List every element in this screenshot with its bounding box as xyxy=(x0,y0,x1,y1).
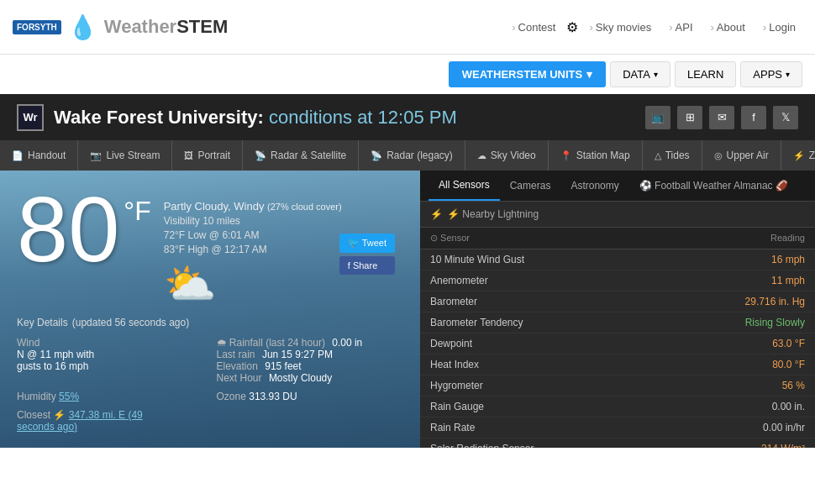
sensor-table-row: Anemometer11 mph xyxy=(420,270,815,291)
tab-station-map[interactable]: 📍 Station Map xyxy=(549,140,643,171)
sensor-reading-value: 16 mph xyxy=(771,254,805,265)
sensor-reading-value: 29.716 in. Hg xyxy=(745,296,805,307)
sensor-reading-value: 56 % xyxy=(782,380,805,391)
contest-link[interactable]: Contest xyxy=(505,18,562,37)
api-link[interactable]: API xyxy=(662,18,699,37)
twitter-icon[interactable]: 𝕏 xyxy=(773,106,798,129)
wind-label: Wind xyxy=(17,337,39,349)
weatherstem-units-button[interactable]: WEATHERSTEM UNITS xyxy=(449,61,606,87)
tab-sky-video[interactable]: ☁ Sky Video xyxy=(465,140,549,171)
facebook-icon[interactable]: f xyxy=(741,106,766,129)
tv-icon[interactable]: 📺 xyxy=(645,106,670,129)
next-hour-label: Next Hour xyxy=(217,372,262,384)
top-navigation: FORSYTH 💧 WeatherSTEM Contest ⚙ Sky movi… xyxy=(0,0,815,55)
temperature-value: 80 xyxy=(17,183,119,276)
tab-zap-label: Zap xyxy=(809,150,815,161)
temperature-unit: °F xyxy=(124,196,150,227)
tab-zap[interactable]: ⚡ Zap xyxy=(781,140,815,171)
sensor-reading-value: 11 mph xyxy=(771,275,805,286)
sensor-name: Barometer Tendency xyxy=(430,317,523,328)
tab-tides-label: Tides xyxy=(665,150,690,161)
main-content: 80 °F Partly Cloudy, Windy (27% cloud co… xyxy=(0,171,815,448)
station-map-icon: 📍 xyxy=(560,150,572,161)
sensor-table-row: Solar Radiation Sensor214 W/m² xyxy=(420,438,815,448)
tab-portrait-label: Portrait xyxy=(197,150,230,161)
lightning-value: 347.38 mi. E (49 xyxy=(69,409,143,421)
tab-radar-legacy[interactable]: 📡 Radar (legacy) xyxy=(359,140,465,171)
ozone-detail: Ozone 313.93 DU xyxy=(217,391,404,402)
sensor-reading-value: 0.00 in. xyxy=(772,401,805,412)
top-right-nav: Contest ⚙ Sky movies API About Login xyxy=(505,18,802,37)
login-link[interactable]: Login xyxy=(756,18,802,37)
sensor-table-row: 10 Minute Wind Gust16 mph xyxy=(420,249,815,270)
tab-radar-legacy-label: Radar (legacy) xyxy=(386,150,453,161)
sensor-table-header: ⊙ Sensor Reading xyxy=(420,228,815,249)
wind-value: N @ 11 mph with xyxy=(17,349,94,360)
sensor-table-row: Rain Rate0.00 in/hr xyxy=(420,417,815,438)
sensor-name: Rain Gauge xyxy=(430,401,484,412)
rainfall-value: 0.00 in xyxy=(332,337,362,349)
last-rain-value: Jun 15 9:27 PM xyxy=(262,349,333,360)
learn-button[interactable]: LEARN xyxy=(675,61,736,87)
low-temp: 72°F Low @ 6:01 AM xyxy=(164,229,342,241)
portrait-icon: 🖼 xyxy=(184,150,193,160)
data-button[interactable]: DATA xyxy=(610,61,670,87)
logo-text: WeatherSTEM xyxy=(104,16,229,38)
tab-tides[interactable]: △ Tides xyxy=(643,140,702,171)
tab-handout[interactable]: 📄 Handout xyxy=(0,140,78,171)
sensor-name: Hygrometer xyxy=(430,380,483,391)
sensor-table-row: Rain Gauge0.00 in. xyxy=(420,396,815,417)
facebook-share-button[interactable]: f Share xyxy=(339,256,395,275)
sky-video-icon: ☁ xyxy=(477,150,486,161)
condition-text: conditions at 12:05 PM xyxy=(269,107,457,128)
tab-portrait[interactable]: 🖼 Portrait xyxy=(172,140,243,171)
sensor-reading-value: 80.0 °F xyxy=(772,359,805,370)
key-details-section: Key Details (updated 56 seconds ago) Win… xyxy=(17,312,403,433)
sensor-table-row: Barometer TendencyRising Slowly xyxy=(420,312,815,333)
forsyth-logo: FORSYTH xyxy=(13,20,61,34)
sensor-name: Barometer xyxy=(430,296,477,307)
weatherstem-icon: 💧 xyxy=(68,13,97,41)
tab-upper-air[interactable]: ◎ Upper Air xyxy=(702,140,781,171)
wfu-logo: Wr xyxy=(17,104,44,131)
tab-radar-satellite[interactable]: 📡 Radar & Satellite xyxy=(243,140,359,171)
sensor-tab-football-weather[interactable]: ⚽ Football Weather Almanac 🏈 xyxy=(629,171,798,201)
title-bar-left: Wr Wake Forest University: conditions at… xyxy=(17,104,457,131)
lightning-seconds: seconds ago) xyxy=(17,421,77,433)
tweet-button[interactable]: 🐦 Tweet xyxy=(339,234,395,253)
sensor-tab-all-sensors[interactable]: All Sensors xyxy=(429,171,500,201)
sensor-table-row: Barometer29.716 in. Hg xyxy=(420,291,815,312)
lightning-icon: ⚡ xyxy=(430,208,443,220)
key-details-heading: Key Details (updated 56 seconds ago) xyxy=(17,312,403,330)
livestream-icon: 📷 xyxy=(90,150,102,161)
about-link[interactable]: About xyxy=(704,18,752,37)
last-rain-label: Last rain xyxy=(217,349,255,360)
logo-area: FORSYTH 💧 WeatherSTEM xyxy=(13,13,228,41)
sensor-tab-astronomy[interactable]: Astronomy xyxy=(560,171,628,201)
lightning-detail: Closest ⚡ 347.38 mi. E (49 seconds ago) xyxy=(17,409,204,433)
details-grid: Wind N @ 11 mph with gusts to 16 mph 🌧 R… xyxy=(17,337,403,433)
sensor-tab-bar: All Sensors Cameras Astronomy ⚽ Football… xyxy=(420,171,815,202)
rainfall-label: 🌧 Rainfall (last 24 hour) xyxy=(217,337,325,349)
tab-radar-satellite-label: Radar & Satellite xyxy=(271,150,346,161)
tab-livestream[interactable]: 📷 Live Stream xyxy=(78,140,172,171)
high-temp: 83°F High @ 12:17 AM xyxy=(164,244,342,255)
nearby-lightning-bar[interactable]: ⚡ ⚡ Nearby Lightning xyxy=(420,202,815,228)
sensor-table-row: Heat Index80.0 °F xyxy=(420,354,815,375)
apps-button[interactable]: APPS xyxy=(740,61,802,87)
grid-icon[interactable]: ⊞ xyxy=(677,106,702,129)
sensor-tab-cameras[interactable]: Cameras xyxy=(500,171,561,201)
button-bar: WEATHERSTEM UNITS DATA LEARN APPS xyxy=(0,55,815,94)
tab-sky-video-label: Sky Video xyxy=(491,150,536,161)
skymovies-link[interactable]: Sky movies xyxy=(582,18,658,37)
ozone-label: Ozone xyxy=(217,391,246,402)
sensor-reading-value: 0.00 in/hr xyxy=(763,422,805,433)
zap-icon: ⚡ xyxy=(793,150,805,161)
email-icon[interactable]: ✉ xyxy=(709,106,734,129)
page-title: Wake Forest University: conditions at 12… xyxy=(54,107,457,129)
sensor-name: 10 Minute Wind Gust xyxy=(430,254,524,265)
tab-upper-air-label: Upper Air xyxy=(727,150,769,161)
ozone-value: 313.93 DU xyxy=(249,391,297,402)
skymovies-icon: ⚙ xyxy=(566,19,578,35)
sensor-name: Heat Index xyxy=(430,359,479,370)
